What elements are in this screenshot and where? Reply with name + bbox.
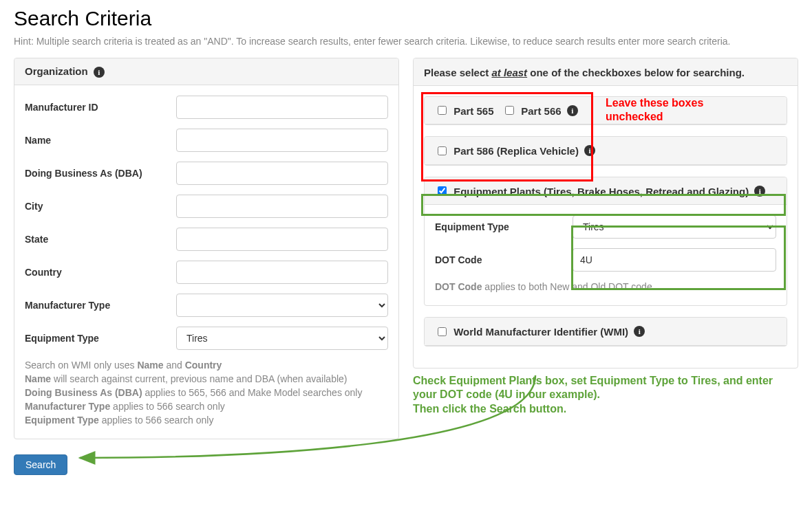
part-565-label: Part 565 bbox=[453, 104, 493, 116]
state-input[interactable] bbox=[176, 228, 388, 251]
organization-heading-text: Organization bbox=[25, 65, 88, 77]
wmi-panel: World Manufacturer Identifier (WMI) i bbox=[424, 317, 787, 346]
wmi-label: World Manufacturer Identifier (WMI) bbox=[453, 326, 628, 338]
equipment-type-label-left: Equipment Type bbox=[25, 333, 176, 344]
right-instruction-heading: Please select at least one of the checkb… bbox=[414, 58, 798, 86]
equipment-type-label-right: Equipment Type bbox=[435, 221, 573, 232]
name-input[interactable] bbox=[176, 129, 388, 152]
info-icon[interactable]: i bbox=[584, 145, 595, 156]
equipment-type-select-right[interactable]: Tires bbox=[573, 215, 776, 239]
equipment-plants-panel: Equipment Plants (Tires, Brake Hoses, Re… bbox=[424, 177, 787, 307]
dba-input[interactable] bbox=[176, 162, 388, 185]
info-icon[interactable]: i bbox=[754, 186, 765, 197]
help-wmi: Search on WMI only uses Name and Country bbox=[25, 360, 388, 371]
part-586-checkbox[interactable] bbox=[438, 146, 447, 155]
info-icon[interactable]: i bbox=[567, 105, 578, 116]
country-input[interactable] bbox=[176, 261, 388, 284]
page-title: Search Criteria bbox=[14, 7, 798, 30]
part-586-label: Part 586 (Replica Vehicle) bbox=[453, 145, 579, 157]
annotation-arrow-icon bbox=[74, 372, 680, 468]
manufacturer-id-input[interactable] bbox=[176, 96, 388, 119]
part-565-checkbox[interactable] bbox=[438, 106, 447, 115]
search-button[interactable]: Search bbox=[14, 454, 67, 475]
part-586-panel: Part 586 (Replica Vehicle) i bbox=[424, 136, 787, 166]
info-icon[interactable]: i bbox=[94, 67, 105, 78]
annotation-red-text: Leave these boxes unchecked bbox=[606, 96, 716, 124]
city-label: City bbox=[25, 201, 176, 212]
part-566-label: Part 566 bbox=[521, 104, 561, 116]
manufacturer-id-label: Manufacturer ID bbox=[25, 102, 176, 113]
dot-code-label: DOT Code bbox=[435, 254, 573, 265]
dba-label: Doing Business As (DBA) bbox=[25, 168, 176, 179]
country-label: Country bbox=[25, 267, 176, 278]
state-label: State bbox=[25, 234, 176, 245]
name-label: Name bbox=[25, 135, 176, 146]
dot-code-input[interactable] bbox=[573, 248, 776, 272]
part-566-checkbox[interactable] bbox=[505, 106, 514, 115]
info-icon[interactable]: i bbox=[634, 326, 645, 337]
organization-heading: Organization i bbox=[14, 58, 398, 85]
equipment-plants-checkbox[interactable] bbox=[438, 186, 447, 195]
equipment-plants-label: Equipment Plants (Tires, Brake Hoses, Re… bbox=[453, 185, 749, 197]
manufacturer-type-select[interactable] bbox=[176, 294, 388, 317]
equipment-type-select-left[interactable]: Tires bbox=[176, 327, 388, 350]
wmi-checkbox[interactable] bbox=[438, 327, 447, 336]
manufacturer-type-label: Manufacturer Type bbox=[25, 300, 176, 311]
dot-code-note: DOT Code applies to both New and Old DOT… bbox=[435, 281, 776, 292]
hint-text: Hint: Multiple search criteria is treate… bbox=[14, 36, 798, 47]
city-input[interactable] bbox=[176, 195, 388, 218]
